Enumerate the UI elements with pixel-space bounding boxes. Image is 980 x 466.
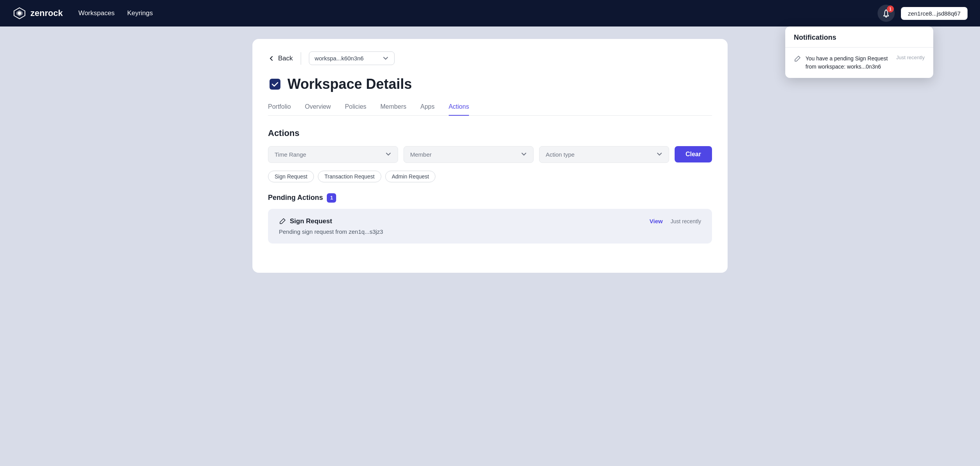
chevron-down-icon	[382, 55, 389, 62]
chip-transaction-request[interactable]: Transaction Request	[318, 171, 381, 182]
topnav-right: 1 zen1rce8...jsd88q67	[878, 5, 968, 22]
nav-keyrings[interactable]: Keyrings	[127, 9, 153, 17]
filters-row: Time Range Member Action type Clear	[268, 146, 712, 163]
time-range-label: Time Range	[275, 151, 306, 158]
back-arrow-icon	[268, 55, 275, 62]
main-wrapper: Back workspa...k60n3n6 Workspace Details…	[237, 26, 743, 285]
action-card: Sign Request View Just recently Pending …	[268, 209, 712, 244]
pending-title-row: Pending Actions 1	[268, 193, 712, 203]
member-label: Member	[410, 151, 432, 158]
notif-badge: 1	[887, 5, 894, 12]
notifications-dropdown: Notifications You have a pending Sign Re…	[785, 26, 933, 78]
top-controls: Back workspa...k60n3n6	[268, 51, 712, 65]
workspace-selector[interactable]: workspa...k60n3n6	[309, 51, 395, 65]
wallet-button[interactable]: zen1rce8...jsd88q67	[901, 7, 968, 20]
time-range-filter[interactable]: Time Range	[268, 146, 398, 163]
tabs: Portfolio Overview Policies Members Apps…	[268, 103, 712, 116]
chevron-down-icon	[385, 151, 391, 157]
workspace-selector-value: workspa...k60n3n6	[315, 55, 379, 62]
action-type-label: Action type	[546, 151, 575, 158]
notifications-button[interactable]: 1	[878, 5, 895, 22]
main-card: Back workspa...k60n3n6 Workspace Details…	[252, 39, 728, 273]
sign-request-icon	[279, 218, 286, 225]
tab-policies[interactable]: Policies	[345, 103, 366, 116]
tab-actions[interactable]: Actions	[449, 103, 469, 116]
svg-rect-3	[270, 79, 280, 90]
tab-overview[interactable]: Overview	[305, 103, 331, 116]
notification-item: You have a pending Sign Request from wor…	[785, 48, 933, 78]
tab-members[interactable]: Members	[381, 103, 407, 116]
workspace-icon	[268, 77, 282, 91]
svg-point-2	[18, 12, 21, 15]
chip-sign-request[interactable]: Sign Request	[268, 171, 314, 182]
view-link[interactable]: View	[649, 218, 663, 224]
action-card-title: Sign Request	[279, 217, 332, 225]
logo-icon	[12, 6, 26, 20]
nav-workspaces[interactable]: Workspaces	[78, 9, 115, 17]
chips-row: Sign Request Transaction Request Admin R…	[268, 171, 712, 182]
action-type-filter[interactable]: Action type	[539, 146, 669, 163]
action-card-header: Sign Request View Just recently	[279, 217, 701, 225]
logo: zenrock	[12, 6, 63, 20]
tab-portfolio[interactable]: Portfolio	[268, 103, 291, 116]
notification-time: Just recently	[896, 55, 925, 60]
section-title: Actions	[268, 128, 712, 138]
edit-icon	[794, 55, 801, 62]
logo-text: zenrock	[30, 8, 63, 18]
tab-apps[interactable]: Apps	[420, 103, 434, 116]
action-card-meta: View Just recently	[649, 218, 701, 224]
action-time: Just recently	[670, 218, 701, 224]
divider	[301, 52, 301, 65]
notification-text: You have a pending Sign Request from wor…	[806, 55, 892, 71]
topnav-links: Workspaces Keyrings	[78, 9, 878, 17]
page-title: Workspace Details	[287, 76, 412, 92]
action-card-desc: Pending sign request from zen1q...s3jz3	[279, 228, 701, 235]
pending-title: Pending Actions	[268, 194, 323, 202]
chip-admin-request[interactable]: Admin Request	[385, 171, 436, 182]
chevron-down-icon	[521, 151, 527, 157]
pending-badge: 1	[327, 193, 336, 203]
clear-button[interactable]: Clear	[675, 146, 712, 162]
topnav: zenrock Workspaces Keyrings 1 zen1rce8..…	[0, 0, 980, 26]
page-title-row: Workspace Details	[268, 76, 712, 92]
back-button[interactable]: Back	[268, 55, 293, 62]
notifications-title: Notifications	[785, 26, 933, 48]
chevron-down-icon	[656, 151, 663, 157]
member-filter[interactable]: Member	[404, 146, 534, 163]
